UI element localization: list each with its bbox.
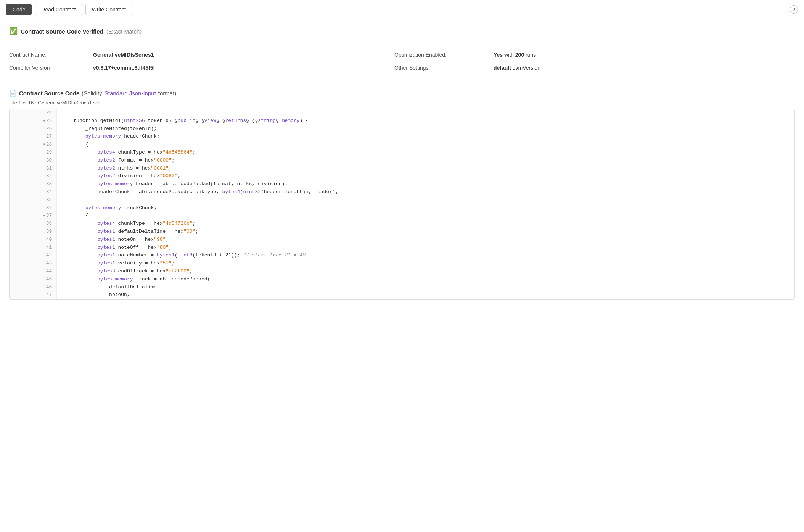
line-number: ▼25: [10, 117, 57, 125]
table-row: 46 defaultDeltaTime,: [10, 284, 794, 292]
tab-read-contract[interactable]: Read Contract: [35, 4, 82, 15]
table-row: ▼37 {: [10, 212, 794, 220]
line-code: bytes3 endOfTrack = hex"ff2f00";: [57, 268, 794, 276]
line-code: headerChunk = abi.encodePacked(chunkType…: [57, 188, 794, 196]
fold-arrow[interactable]: ▼: [43, 214, 45, 218]
table-row: 31 bytes2 ntrks = hex"0001";: [10, 165, 794, 173]
table-row: 41 bytes1 noteOff = hex"80";: [10, 244, 794, 252]
verified-label: Contract Source Code Verified: [21, 28, 103, 35]
line-number: 41: [10, 244, 57, 252]
line-number: 27: [10, 133, 57, 141]
line-code: bytes memory truckChunk;: [57, 204, 794, 212]
verified-check-icon: ✅: [9, 27, 18, 35]
line-code: bytes memory track = abi.encodePacked(: [57, 276, 794, 284]
line-number: 45: [10, 276, 57, 284]
table-row: 27 bytes memory headerChunk;: [10, 133, 794, 141]
line-number: 38: [10, 220, 57, 228]
compiler-label: Compiler Version: [9, 65, 93, 71]
line-code: bytes4 chunkType = hex"4d54726b";: [57, 220, 794, 228]
table-row: 29 bytes4 chunkType = hex"4d546864";: [10, 149, 794, 157]
line-code: bytes1 noteNumber = bytes1(uint8(tokenId…: [57, 252, 794, 260]
line-number: 44: [10, 268, 57, 276]
line-code: noteOn,: [57, 291, 794, 299]
table-row: ▼25 function getMidi(uint256 tokenId) §p…: [10, 117, 794, 125]
source-header: 📄 Contract Source Code (Solidity Standar…: [9, 90, 795, 97]
line-number: 31: [10, 165, 57, 173]
line-code: [57, 109, 794, 117]
code-container[interactable]: 24▼25 function getMidi(uint256 tokenId) …: [9, 109, 795, 300]
line-number: 36: [10, 204, 57, 212]
table-row: 40 bytes1 noteOn = hex"90";: [10, 236, 794, 244]
line-number: 32: [10, 172, 57, 180]
line-number: 33: [10, 180, 57, 188]
fold-arrow[interactable]: ▼: [43, 119, 45, 123]
line-number: 43: [10, 260, 57, 268]
line-number: 47: [10, 291, 57, 299]
line-number: ▼37: [10, 212, 57, 220]
table-row: 38 bytes4 chunkType = hex"4d54726b";: [10, 220, 794, 228]
line-code: bytes1 noteOn = hex"90";: [57, 236, 794, 244]
file-label: File 1 of 16 : GenerativeMIDIsSeries1.so…: [9, 100, 795, 106]
line-code: {: [57, 141, 794, 149]
line-code: bytes1 velocity = hex"51";: [57, 260, 794, 268]
source-subtitle: (Solidity: [82, 90, 102, 96]
line-number: 35: [10, 196, 57, 204]
table-row: 33 bytes memory header = abi.encodePacke…: [10, 180, 794, 188]
main-content: ✅ Contract Source Code Verified (Exact M…: [0, 19, 804, 307]
tab-code[interactable]: Code: [6, 4, 32, 15]
table-row: 39 bytes1 defaultDeltaTime = hex"00";: [10, 228, 794, 236]
line-number: 40: [10, 236, 57, 244]
line-number: 39: [10, 228, 57, 236]
line-code: bytes1 noteOff = hex"80";: [57, 244, 794, 252]
exact-match-label: (Exact Match): [106, 28, 142, 35]
line-number: 29: [10, 149, 57, 157]
code-table: 24▼25 function getMidi(uint256 tokenId) …: [10, 109, 794, 299]
line-number: 26: [10, 125, 57, 133]
contract-name-label: Contract Name:: [9, 52, 93, 58]
line-code: bytes memory headerChunk;: [57, 133, 794, 141]
tabs-bar: Code Read Contract Write Contract ?: [0, 0, 804, 19]
contract-name-value: GenerativeMIDIsSeries1: [93, 52, 394, 58]
source-suffix: format): [158, 90, 177, 96]
compiler-value: v0.8.17+commit.8df45f5f: [93, 65, 394, 71]
line-code: bytes2 division = hex"0080";: [57, 172, 794, 180]
source-title: Contract Source Code: [19, 90, 79, 96]
line-code: }: [57, 196, 794, 204]
line-code: defaultDeltaTime,: [57, 284, 794, 292]
settings-label: Other Settings:: [394, 65, 494, 71]
line-number: 24: [10, 109, 57, 117]
line-number: 42: [10, 252, 57, 260]
help-icon[interactable]: ?: [790, 5, 798, 14]
tab-write-contract[interactable]: Write Contract: [85, 4, 132, 15]
line-code: bytes4 chunkType = hex"4d546864";: [57, 149, 794, 157]
line-code: function getMidi(uint256 tokenId) §publi…: [57, 117, 794, 125]
table-row: 24: [10, 109, 794, 117]
line-code: bytes2 ntrks = hex"0001";: [57, 165, 794, 173]
table-row: 47 noteOn,: [10, 291, 794, 299]
table-row: 30 bytes2 format = hex"0000";: [10, 157, 794, 165]
table-row: 45 bytes memory track = abi.encodePacked…: [10, 276, 794, 284]
line-code: bytes1 defaultDeltaTime = hex"00";: [57, 228, 794, 236]
line-code: _requireMinted(tokenId);: [57, 125, 794, 133]
settings-value: default evmVersion: [494, 65, 795, 71]
standard-json-link[interactable]: Standard Json-Input: [105, 90, 156, 96]
optimization-value: Yes with 200 runs: [494, 52, 795, 58]
line-number: ▼28: [10, 141, 57, 149]
line-code: bytes memory header = abi.encodePacked(f…: [57, 180, 794, 188]
line-number: 46: [10, 284, 57, 292]
table-row: 43 bytes1 velocity = hex"51";: [10, 260, 794, 268]
table-row: 42 bytes1 noteNumber = bytes1(uint8(toke…: [10, 252, 794, 260]
line-number: 30: [10, 157, 57, 165]
file-icon: 📄: [9, 90, 17, 97]
table-row: 32 bytes2 division = hex"0080";: [10, 172, 794, 180]
table-row: 34 headerChunk = abi.encodePacked(chunkT…: [10, 188, 794, 196]
line-code: {: [57, 212, 794, 220]
table-row: 36 bytes memory truckChunk;: [10, 204, 794, 212]
fold-arrow[interactable]: ▼: [43, 143, 45, 147]
line-number: 34: [10, 188, 57, 196]
table-row: 26 _requireMinted(tokenId);: [10, 125, 794, 133]
optimization-label: Optimization Enabled:: [394, 52, 494, 58]
table-row: 44 bytes3 endOfTrack = hex"ff2f00";: [10, 268, 794, 276]
verified-row: ✅ Contract Source Code Verified (Exact M…: [9, 27, 795, 35]
table-row: ▼28 {: [10, 141, 794, 149]
